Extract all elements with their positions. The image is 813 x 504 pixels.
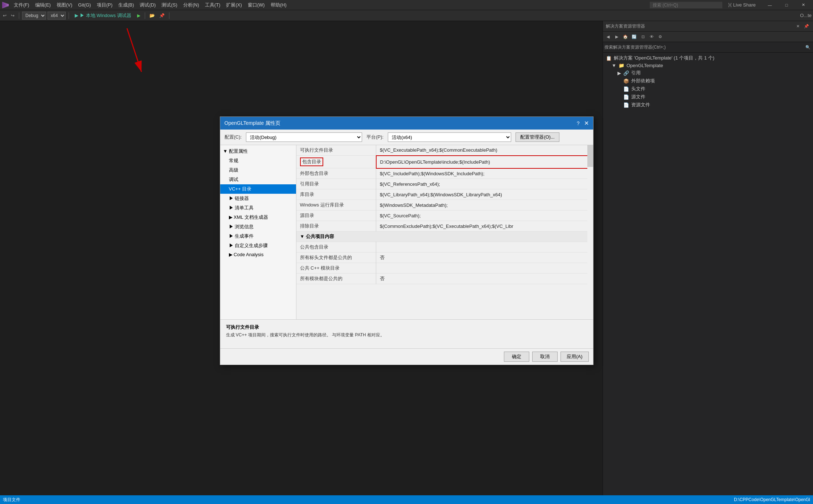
menu-view[interactable]: 视图(V)	[54, 0, 75, 10]
prop-row-all-headers[interactable]: 所有标头文件都是公共的 否	[296, 253, 593, 263]
prop-value-all-modules[interactable]: 否	[376, 274, 593, 284]
ok-button[interactable]: 确定	[504, 352, 529, 362]
menu-file[interactable]: 文件(F)	[11, 0, 32, 10]
toolbar: ↩ ↪ Debug x64 ▶ ▶ 本地 Windows 调试器 ▶ 📂 📌 O…	[0, 10, 813, 21]
prop-name-executable-dir: 可执行文件目录	[296, 145, 376, 156]
menu-analyze[interactable]: 分析(N)	[180, 0, 202, 10]
prop-tree-build-events[interactable]: ▶ 生成事件	[220, 231, 296, 241]
prop-row-0[interactable]: 可执行文件目录 $(VC_ExecutablePath_x64);$(Commo…	[296, 145, 593, 156]
window-controls: — □ ✕	[761, 0, 812, 10]
separator-2	[69, 12, 69, 19]
vs-logo	[1, 1, 9, 9]
toolbar-redo[interactable]: ↪	[9, 12, 16, 19]
toolbar-pin[interactable]: 📌	[158, 12, 166, 19]
props-scrollbar[interactable]	[587, 145, 593, 319]
prop-value-all-headers[interactable]: 否	[376, 253, 593, 263]
prop-tree-xml-gen[interactable]: ▶ XML 文档生成器	[220, 213, 296, 222]
prop-row-public-modules[interactable]: 公共 C++ 模块目录	[296, 263, 593, 274]
desc-title: 可执行文件目录	[226, 324, 587, 331]
prop-value-include-dir[interactable]: D:\OpenGL\OpenGLTemplate\include;$(Inclu…	[376, 156, 593, 168]
prop-name-public-include: 公共包含目录	[296, 242, 376, 253]
prop-value-winrt-dir[interactable]: $(WindowsSDK_MetadataPath);	[376, 200, 593, 210]
minimize-button[interactable]: —	[761, 0, 778, 10]
props-table: 可执行文件目录 $(VC_ExecutablePath_x64);$(Commo…	[296, 145, 593, 284]
separator-3	[145, 12, 145, 19]
prop-value-exclude-dir[interactable]: $(CommonExcludePath);$(VC_ExecutablePath…	[376, 221, 593, 231]
prop-name-winrt-dir: Windows 运行库目录	[296, 200, 376, 210]
prop-value-ext-include[interactable]: $(VC_IncludePath);$(WindowsSDK_IncludePa…	[376, 168, 593, 179]
separator-1	[19, 12, 19, 19]
live-share-button[interactable]: ⟩⟨ Live Share	[725, 1, 759, 8]
dialog-footer: 确定 取消 应用(A)	[220, 348, 593, 365]
prop-value-public-include[interactable]	[376, 242, 593, 253]
prop-row-2[interactable]: 外部包含目录 $(VC_IncludePath);$(WindowsSDK_In…	[296, 168, 593, 179]
menu-project[interactable]: 项目(P)	[94, 0, 115, 10]
prop-value-lib-dir[interactable]: $(VC_LibraryPath_x64);$(WindowsSDK_Libra…	[376, 189, 593, 200]
prop-name-include-dir: 包含目录	[296, 156, 376, 168]
menubar: 文件(F) 编辑(E) 视图(V) Git(G) 项目(P) 生成(B) 调试(…	[0, 0, 813, 10]
prop-tree-debug[interactable]: 调试	[220, 175, 296, 184]
prop-row-4[interactable]: 库目录 $(VC_LibraryPath_x64);$(WindowsSDK_L…	[296, 189, 593, 200]
prop-tree-browse[interactable]: ▶ 浏览信息	[220, 222, 296, 231]
menu-git[interactable]: Git(G)	[75, 0, 94, 10]
cancel-button[interactable]: 取消	[532, 352, 558, 362]
menu-debug[interactable]: 调试(D)	[137, 0, 159, 10]
dialog-body: ▼ 配置属性 常规 高级 调试 VC++ 目录 ▶ 链接器 ▶ 清单工具 ▶ X…	[220, 145, 593, 319]
prop-tree-manifest[interactable]: ▶ 清单工具	[220, 203, 296, 213]
menu-tools[interactable]: 工具(T)	[202, 0, 223, 10]
menubar-right: ⟩⟨ Live Share — □ ✕	[650, 0, 812, 10]
toolbar-extra[interactable]: ▶	[136, 12, 142, 19]
config-label: 配置(C):	[225, 134, 242, 140]
prop-value-ref-dir[interactable]: $(VC_ReferencesPath_x64);	[376, 179, 593, 189]
run-button[interactable]: ▶ ▶ 本地 Windows 调试器	[72, 12, 134, 20]
live-share-icon: ⟩⟨	[728, 2, 732, 8]
prop-tree-config-props[interactable]: ▼ 配置属性	[220, 147, 296, 156]
toolbar-folder[interactable]: 📂	[148, 12, 156, 19]
menu-edit[interactable]: 编辑(E)	[32, 0, 54, 10]
platform-select[interactable]: x64	[48, 12, 66, 20]
property-dialog: OpenGLTemplate 属性页 ? ✕ 配置(C): 活动(Debug) …	[220, 116, 594, 365]
config-select[interactable]: Debug	[22, 12, 46, 20]
prop-tree-custom-build[interactable]: ▶ 自定义生成步骤	[220, 241, 296, 250]
prop-row-7[interactable]: 排除目录 $(CommonExcludePath);$(VC_Executabl…	[296, 221, 593, 231]
prop-value-source-dir[interactable]: $(VC_SourcePath);	[376, 210, 593, 221]
config-dropdown[interactable]: 活动(Debug)	[246, 132, 362, 142]
prop-row-public-include[interactable]: 公共包含目录	[296, 242, 593, 253]
platform-dropdown[interactable]: 活动(x64)	[388, 132, 511, 142]
search-input[interactable]	[650, 2, 722, 8]
prop-value-public-modules[interactable]	[376, 263, 593, 274]
prop-tree-general[interactable]: 常规	[220, 156, 296, 165]
prop-tree-linker[interactable]: ▶ 链接器	[220, 194, 296, 203]
prop-tree-vc-dirs[interactable]: VC++ 目录	[220, 184, 296, 194]
config-mgr-button[interactable]: 配置管理器(O)...	[516, 132, 559, 142]
maximize-button[interactable]: □	[778, 0, 795, 10]
dialog-title: OpenGLTemplate 属性页	[225, 120, 281, 127]
menu-extensions[interactable]: 扩展(X)	[223, 0, 245, 10]
scrollbar-thumb[interactable]	[587, 145, 593, 167]
menu-build[interactable]: 生成(B)	[115, 0, 137, 10]
dialog-titlebar: OpenGLTemplate 属性页 ? ✕	[220, 117, 593, 130]
prop-tree-advanced[interactable]: 高级	[220, 165, 296, 175]
toolbar-undo[interactable]: ↩	[1, 12, 8, 19]
public-section-label: ▼ 公共项目内容	[296, 231, 593, 242]
prop-value-executable-dir[interactable]: $(VC_ExecutablePath_x64);$(CommonExecuta…	[376, 145, 593, 156]
prop-row-6[interactable]: 源目录 $(VC_SourcePath);	[296, 210, 593, 221]
prop-name-ext-include: 外部包含目录	[296, 168, 376, 179]
prop-row-all-modules[interactable]: 所有模块都是公共的 否	[296, 274, 593, 284]
menu-help[interactable]: 帮助(H)	[268, 0, 290, 10]
prop-tree-code-analysis[interactable]: ▶ Code Analysis	[220, 250, 296, 259]
dialog-close-btn[interactable]: ✕	[584, 120, 589, 127]
prop-name-all-modules: 所有模块都是公共的	[296, 274, 376, 284]
close-button[interactable]: ✕	[795, 0, 812, 10]
prop-row-5[interactable]: Windows 运行库目录 $(WindowsSDK_MetadataPath)…	[296, 200, 593, 210]
menu-window[interactable]: 窗口(W)	[245, 0, 268, 10]
prop-name-all-headers: 所有标头文件都是公共的	[296, 253, 376, 263]
dialog-config-row: 配置(C): 活动(Debug) 平台(P): 活动(x64) 配置管理器(O)…	[220, 130, 593, 145]
dialog-help-btn[interactable]: ?	[577, 120, 580, 126]
prop-name-lib-dir: 库目录	[296, 189, 376, 200]
apply-button[interactable]: 应用(A)	[561, 352, 588, 362]
prop-row-1[interactable]: 包含目录 D:\OpenGL\OpenGLTemplate\include;$(…	[296, 156, 593, 168]
menu-test[interactable]: 测试(S)	[159, 0, 180, 10]
prop-name-source-dir: 源目录	[296, 210, 376, 221]
prop-row-3[interactable]: 引用目录 $(VC_ReferencesPath_x64);	[296, 179, 593, 189]
